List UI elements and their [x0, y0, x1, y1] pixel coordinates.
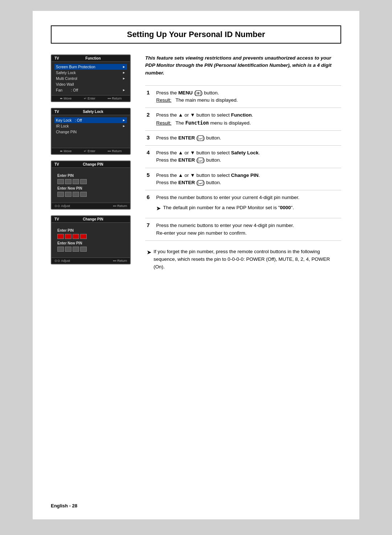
pin-label-new-filled: Enter New PIN [57, 241, 124, 245]
final-note: ➤ If you forget the pin number, press th… [145, 248, 341, 271]
note-text-6: The default pin number for a new PDP Mon… [163, 204, 294, 211]
tv-label-4: TV [54, 217, 59, 221]
enter-icon: ↵ [198, 135, 203, 141]
step-row-4: 4 Press the ▲ or ▼ button to select Safe… [145, 146, 341, 168]
tv-title-4: Change PIN [83, 217, 103, 221]
result-line-2: Result: The Function menu is displayed. [156, 119, 339, 127]
final-note-text: If you forget the pin number, press the … [154, 248, 340, 271]
pin-box [73, 179, 79, 184]
note-arrow-6: ➤ [156, 204, 161, 213]
pin-box [80, 192, 87, 197]
tv-menu-item: Video Wall [54, 81, 127, 87]
tv-title-1: Function [85, 56, 101, 60]
tv-label-3: TV [54, 162, 59, 166]
step-content-5: Press the ▲ or ▼ button to select Change… [154, 168, 341, 190]
pin-box [57, 192, 64, 197]
pin-box [65, 179, 72, 184]
step-num-2: 2 [145, 108, 154, 131]
tv-body-3: Enter PIN Enter New PIN [52, 168, 130, 203]
step-row-1: 1 Press the MENU (⊞) button. Result: The… [145, 85, 341, 108]
footer-text: English - 28 [51, 503, 77, 508]
pin-box [73, 247, 79, 252]
steps-table: 1 Press the MENU (⊞) button. Result: The… [145, 85, 341, 241]
step-content-7: Press the numeric buttons to enter your … [154, 218, 341, 241]
page-title: Setting Up Your Personal ID Number [51, 25, 341, 44]
pin-label-enter: Enter PIN [57, 174, 124, 178]
step-row-6: 6 Press the number buttons to enter your… [145, 190, 341, 218]
tv-header-1: TV Function [52, 55, 130, 62]
right-panel: This feature sets viewing restrictions a… [145, 54, 341, 271]
pin-section-new-filled: Enter New PIN [57, 241, 124, 252]
step-content-1: Press the MENU (⊞) button. Result: The m… [154, 85, 341, 108]
tv-label-2: TV [54, 110, 59, 114]
pin-box-filled [65, 234, 72, 239]
step-num-6: 6 [145, 190, 154, 218]
pin-row-enter-filled [57, 234, 124, 239]
tv-footer-4: ⊙⊙ Adjust ▪▪▪ Return [52, 258, 130, 264]
tv-header-4: TV Change PIN [52, 216, 130, 223]
tv-menu-item: Safety Lock► [54, 70, 127, 76]
pin-box [65, 192, 72, 197]
step-content-4: Press the ▲ or ▼ button to select Safety… [154, 146, 341, 168]
tv-menu-item: Multi Control► [54, 76, 127, 81]
pin-section-new: Enter New PIN [57, 186, 124, 197]
tv-body-1: Screen Burn Protection► Safety Lock► Mul… [52, 62, 130, 95]
tv-body-2: Key Lock : Off► IR Lock► Change PIN [52, 115, 130, 148]
step-content-2: Press the ▲ or ▼ button to select Functi… [154, 108, 341, 131]
tv-footer-3: ⊙⊙ Adjust ▪▪▪ Return [52, 203, 130, 209]
result-line-1: Result: The main menu is displayed. [156, 97, 339, 104]
tv-menu-item: Change PIN [54, 129, 127, 135]
tv-footer-2: ⬌ Move ↵ Enter ▪▪▪ Return [52, 148, 130, 154]
step-num-7: 7 [145, 218, 154, 241]
step-content-6: Press the number buttons to enter your c… [154, 190, 341, 218]
content-area: TV Function Screen Burn Protection► Safe… [51, 54, 341, 271]
step-row-3: 3 Press the ENTER (↵) button. [145, 130, 341, 145]
tv-header-2: TV Safety Lock [52, 109, 130, 115]
pin-box [80, 247, 87, 252]
enter-icon-5: ↵ [198, 180, 203, 186]
enter-icon-4: ↵ [198, 158, 203, 163]
step-row-5: 5 Press the ▲ or ▼ button to select Chan… [145, 168, 341, 190]
tv-footer-1: ⬌ Move ↵ Enter ▪▪▪ Return [52, 95, 130, 101]
pin-box [65, 247, 72, 252]
tv-screen-4: TV Change PIN Enter PIN [51, 215, 131, 264]
tv-label-1: TV [54, 56, 59, 60]
step-num-4: 4 [145, 146, 154, 168]
final-note-arrow: ➤ [147, 248, 151, 257]
note-block-6: ➤ The default pin number for a new PDP M… [156, 204, 339, 213]
pin-box-filled [73, 234, 79, 239]
pin-label-new: Enter New PIN [57, 186, 124, 190]
pin-row-new [57, 192, 124, 197]
pin-row-new-filled [57, 247, 124, 252]
page-container: Setting Up Your Personal ID Number TV Fu… [33, 11, 359, 519]
tv-title-3: Change PIN [83, 162, 103, 166]
pin-box [57, 247, 64, 252]
pin-section-enter: Enter PIN [57, 174, 124, 184]
tv-screen-1: TV Function Screen Burn Protection► Safe… [51, 54, 131, 102]
pin-row-enter [57, 179, 124, 184]
pin-section-enter-filled: Enter PIN [57, 228, 124, 239]
pin-box-filled [80, 234, 87, 239]
tv-body-4: Enter PIN Enter New PIN [52, 223, 130, 258]
step-num-3: 3 [145, 130, 154, 145]
tv-menu-item: Key Lock : Off► [54, 117, 127, 123]
tv-screen-3: TV Change PIN Enter PIN [51, 161, 131, 210]
step-num-1: 1 [145, 85, 154, 108]
tv-title-2: Safety Lock [83, 110, 103, 114]
step-content-3: Press the ENTER (↵) button. [154, 130, 341, 145]
menu-icon: ⊞ [196, 90, 201, 96]
step-num-5: 5 [145, 168, 154, 190]
pin-box [57, 179, 64, 184]
pin-box [80, 179, 87, 184]
tv-menu-item: Fan : Off► [54, 87, 127, 93]
tv-menu-item: IR Lock► [54, 123, 127, 129]
tv-screen-2: TV Safety Lock Key Lock : Off► IR Lock► … [51, 108, 131, 155]
result-label-2: Result: [156, 120, 171, 126]
tv-menu-item: Screen Burn Protection► [54, 64, 127, 70]
result-label-1: Result: [156, 97, 171, 103]
step-row-7: 7 Press the numeric buttons to enter you… [145, 218, 341, 241]
pin-box [73, 192, 79, 197]
pin-label-enter-filled: Enter PIN [57, 228, 124, 232]
pin-box-filled [57, 234, 64, 239]
intro-text: This feature sets viewing restrictions a… [145, 54, 341, 77]
